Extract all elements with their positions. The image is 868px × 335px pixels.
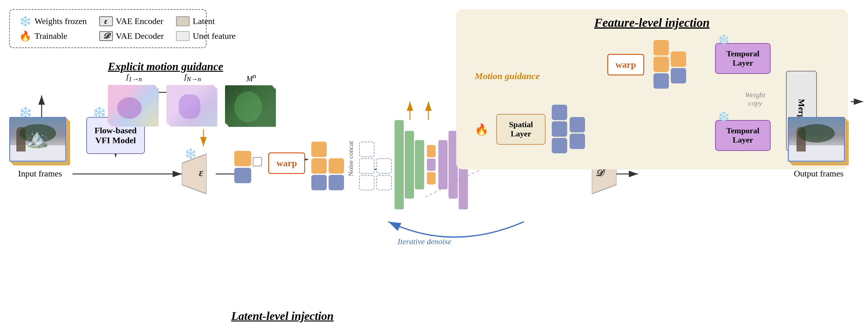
- warp-feature-label: warp: [616, 60, 636, 70]
- legend-encoder-label: VAE Encoder: [116, 16, 163, 26]
- noise-concat-label: Noise concat: [347, 140, 355, 177]
- legend-unet-label: Unet feature: [193, 31, 236, 41]
- latent-injection-label: Latent-level injection: [231, 309, 334, 323]
- block-blue-1: [234, 168, 251, 183]
- temporal-lower-snowflake: ❄️: [718, 111, 730, 123]
- legend-trainable: 🔥 Trainable: [19, 30, 87, 42]
- legend-latent: Latent: [176, 15, 236, 27]
- warp-main-label: warp: [277, 158, 297, 168]
- temporal-layer-lower-label: TemporalLayer: [726, 126, 759, 145]
- small-box: [253, 157, 262, 166]
- unet-bottleneck: [427, 145, 436, 185]
- motion-guidance-label: Motion guidance: [475, 71, 540, 81]
- legend-weights-frozen: ❄️ Weights frozen: [19, 15, 87, 27]
- flow-f1n: f1→n: [108, 72, 160, 128]
- legend-trainable-label: Trainable: [34, 31, 67, 41]
- flow-fNn: fN→n: [166, 72, 219, 128]
- post-warp-blocks: [311, 142, 344, 190]
- feature-injection-title: Feature-level injection: [462, 15, 841, 30]
- temporal-layer-upper: TemporalLayer: [715, 43, 771, 74]
- weight-copy-label: Weightcopy: [731, 91, 780, 107]
- input-frame-front: [9, 117, 66, 162]
- flow-Mn: Mn: [225, 72, 277, 128]
- feature-blocks-1: [552, 105, 585, 153]
- vfi-snowflake-icon: ❄️: [92, 106, 106, 119]
- output-frames-label: Output frames: [788, 169, 849, 178]
- temporal-layer-lower: TemporalLayer: [715, 120, 771, 151]
- encoder-snowflake-icon: ❄️: [184, 148, 197, 160]
- legend-decoder: 𝒟 VAE Decoder: [99, 30, 164, 42]
- legend-encoder: ε VAE Encoder: [99, 15, 164, 27]
- output-frames-section: Output frames: [788, 117, 849, 178]
- input-frames-label: Input frames: [9, 169, 71, 178]
- block-orange-1: [234, 151, 251, 166]
- spatial-layer-box: SpatialLayer: [496, 114, 546, 145]
- warp-box-main: warp: [268, 153, 305, 174]
- flow-fNn-label: fN→n: [166, 72, 219, 83]
- fire-spatial-icon: 🔥: [475, 123, 489, 136]
- svg-text:ε: ε: [199, 166, 204, 178]
- vfi-model-label: Flow-basedVFI Model: [95, 126, 137, 145]
- iterative-denoise-label: Iterative denoise: [398, 237, 451, 246]
- unet-encoder-cols: [395, 120, 424, 209]
- flow-Mn-label: Mn: [225, 72, 277, 83]
- flow-f1n-label: f1→n: [108, 72, 160, 83]
- legend-unet: Unet feature: [176, 30, 236, 42]
- legend-box: ❄️ Weights frozen ε VAE Encoder Latent 🔥…: [9, 9, 207, 48]
- snowflake-icon: ❄️: [19, 15, 31, 27]
- fire-icon: 🔥: [19, 30, 31, 42]
- warp-box-feature: warp: [607, 54, 644, 75]
- temporal-layer-upper-label: TemporalLayer: [726, 49, 759, 68]
- legend-decoder-label: VAE Decoder: [116, 31, 164, 41]
- legend-latent-label: Latent: [193, 16, 215, 26]
- legend-frozen-label: Weights frozen: [34, 16, 87, 26]
- input-frames-section: Input frames: [9, 117, 71, 178]
- spatial-layer-label: SpatialLayer: [509, 120, 533, 139]
- weight-copy-text: Weightcopy: [745, 91, 765, 107]
- vae-encoder-shape: ε: [182, 154, 207, 194]
- output-frames-stack: [788, 117, 849, 166]
- feature-blocks-upper: [653, 40, 686, 89]
- noise-concat-blocks: [359, 142, 392, 190]
- output-frame-front: [788, 117, 845, 162]
- temporal-upper-snowflake: ❄️: [718, 34, 730, 45]
- diagram-container: ❄️ Weights frozen ε VAE Encoder Latent 🔥…: [0, 0, 868, 335]
- input-frames-stack: [9, 117, 71, 166]
- explicit-motion-title: Explicit motion guidance: [108, 60, 223, 73]
- pre-warp-blocks: [234, 151, 251, 183]
